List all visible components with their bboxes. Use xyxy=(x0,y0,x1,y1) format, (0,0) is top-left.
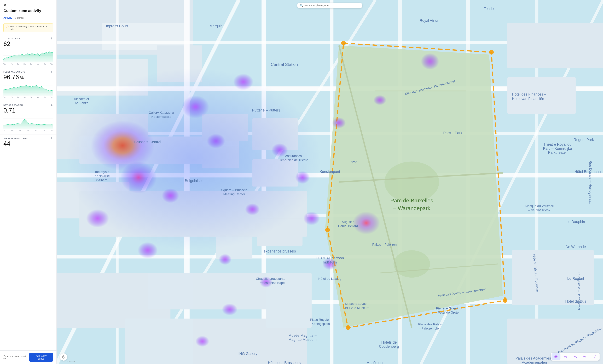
svg-text:BELvue Museum: BELvue Museum xyxy=(345,306,369,310)
filter-control[interactable] xyxy=(590,353,599,360)
svg-text:ING Gallery: ING Gallery xyxy=(238,352,257,356)
svg-text:museum: museum xyxy=(323,260,337,264)
svg-point-162 xyxy=(566,356,567,357)
clusters-control[interactable] xyxy=(561,353,570,360)
dots-control[interactable] xyxy=(571,353,580,360)
page-title: Custom zone activity xyxy=(3,9,53,13)
svg-text:Meeting Center: Meeting Center xyxy=(223,192,245,196)
map-controls xyxy=(551,353,600,361)
svg-text:Musée Magritte –: Musée Magritte – xyxy=(289,333,317,338)
chart-device-rotation xyxy=(3,115,53,129)
metric-label-average-trips: AVERAGE DAILY TRIPS ⬇ xyxy=(3,137,53,140)
svg-rect-39 xyxy=(507,23,603,68)
svg-text:Générales de Trieste: Générales de Trieste xyxy=(279,158,308,162)
svg-text:Putterie – Putterij: Putterie – Putterij xyxy=(252,108,280,112)
close-button[interactable]: ✕ xyxy=(3,3,6,7)
vehicles-control[interactable] xyxy=(580,353,589,360)
svg-text:ho Panza: ho Panza xyxy=(75,101,89,105)
svg-text:– Vauxhallkiosk: – Vauxhallkiosk xyxy=(528,208,550,212)
svg-text:Musée des: Musée des xyxy=(366,361,384,364)
svg-text:Rue Ducale – Hertogstraat: Rue Ducale – Hertogstraat xyxy=(588,160,592,204)
download-icon-fleet[interactable]: ⬇ xyxy=(51,70,53,73)
svg-text:Daniel Bellard: Daniel Bellard xyxy=(338,224,358,228)
metric-device-rotation: DEVICE ROTATION ⬇ 0.71 ThFrSaSuMoTuWe xyxy=(0,101,57,135)
svg-text:Royal Atrium: Royal Atrium xyxy=(420,19,440,23)
svg-point-80 xyxy=(219,254,232,265)
svg-text:Tondo: Tondo xyxy=(484,7,494,11)
svg-text:Assurances: Assurances xyxy=(285,154,302,158)
svg-text:Square – Brussels: Square – Brussels xyxy=(221,188,247,192)
svg-point-65 xyxy=(325,228,330,232)
svg-text:Palais – Paleizen: Palais – Paleizen xyxy=(372,243,396,246)
svg-point-77 xyxy=(421,53,439,70)
time-button[interactable] xyxy=(60,353,67,361)
svg-text:Peter de Grote: Peter de Grote xyxy=(438,311,459,314)
svg-point-61 xyxy=(341,41,346,46)
chart-total-devices xyxy=(3,49,53,62)
metric-total-devices: TOTAL DEVICES ⬇ 62 xyxy=(0,35,57,68)
svg-point-87 xyxy=(196,336,209,347)
svg-point-84 xyxy=(332,117,346,128)
search-input[interactable] xyxy=(304,4,360,7)
add-to-zones-button[interactable]: Add to my zones xyxy=(29,353,53,362)
svg-text:Hôtel Brugmann: Hôtel Brugmann xyxy=(574,170,601,174)
svg-text:Hotel van Financiën: Hotel van Financiën xyxy=(512,97,544,101)
svg-point-164 xyxy=(574,356,575,357)
svg-text:De Warande: De Warande xyxy=(566,245,586,249)
svg-text:Rue Ducale – Hertogstraat: Rue Ducale – Hertogstraat xyxy=(577,273,581,310)
svg-point-160 xyxy=(554,356,556,358)
svg-text:Koninklijke: Koninklijke xyxy=(94,174,110,178)
svg-text:rue royale: rue royale xyxy=(95,170,109,174)
svg-point-163 xyxy=(566,357,567,358)
svg-text:k Albert I: k Albert I xyxy=(96,178,108,182)
svg-text:Place des Palais: Place des Palais xyxy=(418,322,442,326)
svg-point-76 xyxy=(353,212,380,234)
download-icon-trips[interactable]: ⬇ xyxy=(51,137,53,140)
metric-average-trips: AVERAGE DAILY TRIPS ⬇ 44 xyxy=(0,135,57,150)
svg-point-166 xyxy=(576,357,577,358)
svg-text:Central Station: Central Station xyxy=(271,62,298,67)
svg-text:Hôtel du Bus: Hôtel du Bus xyxy=(565,299,586,303)
svg-text:Coudenberg: Coudenberg xyxy=(379,344,399,349)
svg-text:Empress Court: Empress Court xyxy=(104,24,128,28)
svg-text:Kunstenpunt: Kunstenpunt xyxy=(320,170,340,174)
metric-value-average-trips: 44 xyxy=(3,141,53,147)
download-icon-total-devices[interactable]: ⬇ xyxy=(51,37,53,40)
sidebar: ✕ Custom zone activity Activity Settings… xyxy=(0,0,57,364)
map-search-bar[interactable]: 🔍 xyxy=(297,3,362,8)
svg-point-85 xyxy=(374,95,386,105)
svg-text:Parc – Koninklijke: Parc – Koninklijke xyxy=(543,147,572,151)
svg-text:Palais des Académies –: Palais des Académies – xyxy=(515,356,554,360)
svg-text:Hôtel des Finances –: Hôtel des Finances – xyxy=(512,92,546,96)
svg-text:Hôtel de Lalaing: Hôtel de Lalaing xyxy=(318,277,341,281)
svg-text:Belgolaise: Belgolaise xyxy=(185,179,202,183)
svg-text:Regent Park: Regent Park xyxy=(574,138,594,142)
svg-text:Parc de Bruxelles: Parc de Bruxelles xyxy=(390,197,433,204)
heatmap-control[interactable] xyxy=(552,353,560,360)
svg-point-33 xyxy=(384,162,439,203)
tab-activity[interactable]: Activity xyxy=(3,15,15,21)
download-icon-rotation[interactable]: ⬇ xyxy=(51,104,53,107)
svg-text:Magritte Museum: Magritte Museum xyxy=(289,338,317,342)
metric-value-total-devices: 62 xyxy=(3,41,53,47)
svg-text:– Protestantse Kapel: – Protestantse Kapel xyxy=(256,281,285,284)
chart-axis-rotation: ThFrSaSuMoTuWe xyxy=(3,130,53,133)
svg-text:experience.brussels: experience.brussels xyxy=(264,249,296,253)
svg-point-161 xyxy=(564,356,566,357)
svg-point-62 xyxy=(489,50,494,55)
svg-text:– Paleizemplein: – Paleizemplein xyxy=(419,327,441,330)
svg-text:Le Dauphin: Le Dauphin xyxy=(567,220,585,224)
chart-axis-fleet: WeThFrSaSuMoTuWe xyxy=(3,96,53,100)
svg-point-64 xyxy=(346,325,350,330)
map-container[interactable]: Central Station Brussels-Central Belgola… xyxy=(57,0,603,364)
metric-value-fleet-availability: 96.76 % xyxy=(3,74,53,80)
svg-text:Brussels-Central: Brussels-Central xyxy=(134,140,161,144)
metric-fleet-availability: FLEET AVAILABILITY ⬇ 96.76 % xyxy=(0,68,57,101)
tab-bar: Activity Settings xyxy=(3,15,53,21)
metric-label-fleet-availability: FLEET AVAILABILITY ⬇ xyxy=(3,70,53,73)
svg-text:Hôtels de: Hôtels de xyxy=(381,340,397,344)
chart-axis-total-devices: WeThFrSaSuMoTuWe xyxy=(3,63,53,67)
svg-point-83 xyxy=(162,188,179,203)
tab-settings[interactable]: Settings xyxy=(15,15,26,21)
svg-point-86 xyxy=(222,303,237,315)
